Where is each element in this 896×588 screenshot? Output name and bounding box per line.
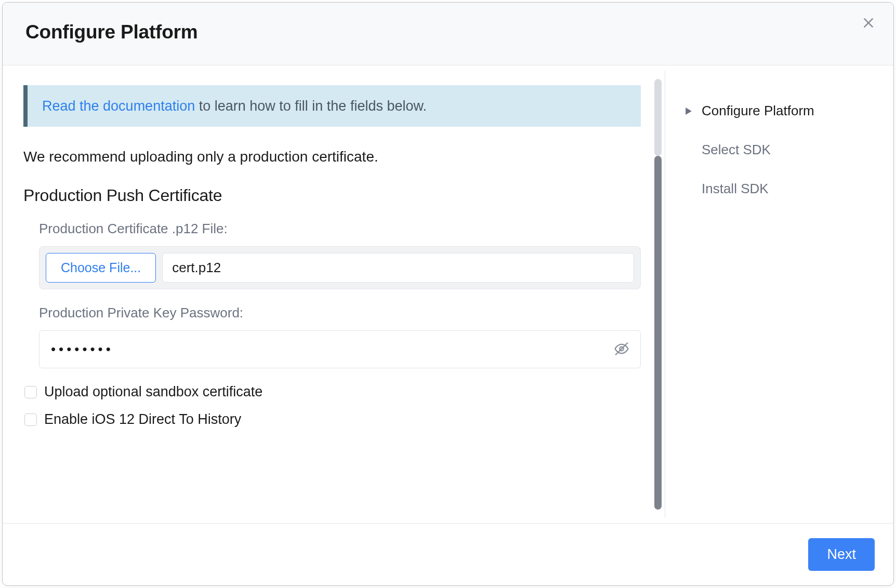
recommendation-text: We recommend uploading only a production… (23, 149, 641, 165)
next-button[interactable]: Next (808, 538, 875, 571)
modal-title: Configure Platform (25, 21, 871, 43)
toggle-password-visibility-button[interactable] (611, 338, 633, 361)
eye-off-icon (614, 341, 629, 358)
scroll-area[interactable]: Read the documentation to learn how to f… (3, 65, 665, 523)
sandbox-checkbox[interactable] (24, 386, 37, 398)
modal-body: Read the documentation to learn how to f… (3, 65, 893, 523)
step-label: Configure Platform (702, 103, 814, 119)
modal-header: Configure Platform (3, 3, 893, 65)
file-picker-row: Choose File... cert.p12 (39, 246, 641, 289)
svg-marker-4 (686, 108, 692, 115)
section-title: Production Push Certificate (23, 186, 641, 205)
step-configure-platform[interactable]: Configure Platform (681, 91, 883, 130)
scrollbar-thumb-inactive (654, 79, 662, 156)
configure-platform-modal: Configure Platform Read the documentatio… (2, 2, 894, 586)
ios12-checkbox[interactable] (24, 413, 37, 426)
step-select-sdk[interactable]: Select SDK (681, 130, 883, 169)
file-field-label: Production Certificate .p12 File: (39, 221, 641, 237)
content-column: Read the documentation to learn how to f… (3, 65, 665, 523)
step-install-sdk[interactable]: Install SDK (681, 169, 883, 208)
ios12-checkbox-row[interactable]: Enable iOS 12 Direct To History (23, 411, 641, 427)
password-field-group: Production Private Key Password: (23, 305, 641, 368)
info-banner: Read the documentation to learn how to f… (23, 85, 641, 127)
selected-file-name: cert.p12 (162, 253, 634, 283)
banner-rest-text: to learn how to fill in the fields below… (195, 98, 427, 114)
step-label: Install SDK (702, 181, 769, 197)
password-input-wrap (39, 330, 641, 368)
documentation-link[interactable]: Read the documentation (42, 98, 195, 114)
file-field-group: Production Certificate .p12 File: Choose… (23, 221, 641, 289)
step-label: Select SDK (702, 142, 771, 158)
ios12-checkbox-label: Enable iOS 12 Direct To History (44, 411, 241, 427)
close-button[interactable] (858, 13, 879, 34)
sandbox-checkbox-label: Upload optional sandbox certificate (44, 384, 262, 400)
password-field-label: Production Private Key Password: (39, 305, 641, 321)
caret-right-icon (683, 108, 694, 115)
password-input[interactable] (39, 330, 641, 368)
scrollbar-thumb[interactable] (654, 156, 662, 510)
close-icon (862, 16, 875, 31)
sandbox-checkbox-row[interactable]: Upload optional sandbox certificate (23, 384, 641, 400)
modal-footer: Next (3, 523, 893, 585)
choose-file-button[interactable]: Choose File... (46, 253, 156, 283)
steps-sidebar: Configure Platform Select SDK Install SD… (665, 71, 893, 518)
scrollbar-track[interactable] (654, 79, 662, 510)
